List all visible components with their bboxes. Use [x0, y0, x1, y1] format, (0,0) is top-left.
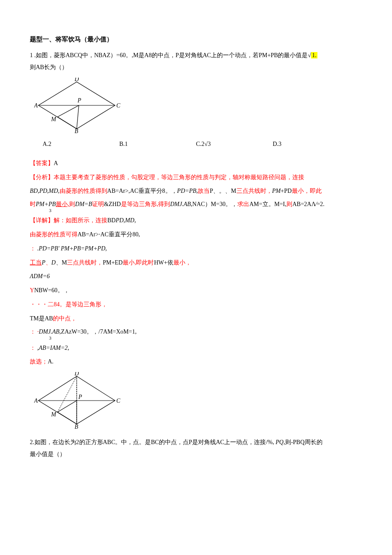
l14b: A. [48, 358, 54, 365]
detail-label: 【详解】 [30, 217, 54, 224]
q1-num: 1 [30, 52, 33, 58]
l3e: DM=B [75, 201, 92, 207]
l3k: NAC）M=30。， [192, 201, 237, 207]
l12a: ： · [30, 328, 39, 335]
l7a: 工当 [30, 259, 42, 266]
l3m: AM=立。 [249, 201, 274, 207]
l5a: 由菱形的性质可得 [30, 231, 78, 238]
l2b: 由菱形的性质得到 [60, 188, 107, 194]
label2-B: B [75, 424, 78, 430]
l7e: 、M [56, 259, 67, 266]
label-P: P [77, 97, 81, 104]
analysis-label: 【分析】 [30, 174, 54, 180]
l2g: 三点共线时， [236, 188, 272, 194]
q2-text-c: 则-PBQ周长的 [285, 439, 323, 445]
l13a: ： [30, 345, 36, 351]
l2d: PD=PB, [177, 188, 198, 194]
l7d: D [52, 259, 56, 266]
l9a: Y [30, 287, 34, 293]
svg-line-2 [58, 105, 79, 117]
l7j: HW+依 [154, 259, 173, 266]
label-C: C [116, 102, 121, 109]
l7b: P [42, 259, 46, 266]
l9b: NBW=60。， [34, 287, 69, 293]
section-heading: 题型一、将军饮马（最小值） [30, 34, 366, 44]
answer-label: 【答案】 [30, 160, 54, 166]
l11c: 的中点， [53, 315, 77, 322]
l13b: ,AB=IAM=2, [37, 345, 69, 351]
sol-line-13: ： ,AB=IAM=2, [30, 342, 366, 355]
l5c: 80, [133, 231, 140, 238]
l11b: AB [45, 315, 53, 322]
label2-A: A [34, 398, 38, 404]
q2-text-b: PQ, [276, 439, 285, 445]
sol-line-14: 故选；A. [30, 355, 366, 369]
l14a: 故选； [30, 358, 48, 365]
svg-line-3 [77, 105, 79, 129]
l6b: .PD=PB' PM+PB=PM+PD, [37, 245, 107, 252]
q2-num: 2. [30, 439, 35, 445]
question-1: 1 .如图，菱形ABCQ中，NBAZ）=60。,M是A8的中点，P是对角线AC上… [30, 49, 366, 73]
l3i: 得到 [158, 201, 170, 207]
l3b: PM+PB [36, 201, 56, 207]
q1-highlight: 1. [311, 52, 317, 58]
sol-line-6: ： .PD=PB' PM+PB=PM+PD, [30, 242, 366, 256]
svg-line-12 [58, 376, 77, 412]
sol-line-9: YNBW=60。， [30, 284, 366, 297]
l3f: 证明 [92, 201, 104, 207]
analysis-line-3: 时PM+PB最小,则DM=B证明&ZHD是等边三角形,得到DMJ.AB,NAC）… [30, 199, 366, 213]
answer-line: 【答案】A [30, 157, 366, 170]
l7f: 三点共线时， [67, 259, 103, 266]
l2c: AB=Ar>,AC垂直平分8。， [107, 188, 177, 194]
l5b: AB=Ar>·AC垂直平分 [78, 231, 133, 238]
analysis-text: 本题主要考查了菱形的性质，勾股定理，等边三角形的性质与判定，轴对称最短路径问题，… [54, 174, 304, 180]
l12b: DMJ.AB, [39, 328, 61, 335]
svg-line-9 [58, 412, 77, 424]
label2-P: P [78, 394, 82, 400]
analysis-line-1: 【分析】本题主要考查了菱形的性质，勾股定理，等边三角形的性质与判定，轴对称最短路… [30, 171, 366, 184]
l3g: &ZHD [104, 201, 121, 207]
l3c: 最小, [56, 201, 69, 207]
l11a: TM是 [30, 315, 45, 322]
choice-b: B.1 [119, 139, 196, 149]
label-A: A [34, 102, 38, 109]
l7k: 最小， [173, 259, 191, 266]
sol-line-8: ΛDM=6 [30, 270, 366, 283]
xjc: PD,MD, [115, 217, 135, 224]
label-M: M [51, 116, 57, 122]
answer-value: A [54, 160, 58, 166]
choice-a: A.2 [43, 139, 119, 149]
label2-D: D [74, 372, 79, 377]
l10a: ・・・二84。是 [30, 301, 72, 308]
l3a: 时 [30, 201, 36, 207]
l2h: PM [272, 188, 281, 194]
l3p: AB=2AΛ∕=2. [292, 201, 324, 207]
q2-text-a: 如图，在边长为2的正方形ABC。中，点。是BC的中点，点P是对角线AC上一动点，… [35, 439, 276, 445]
analysis-line-2: BD,PD,MD,由菱形的性质得到AB=Ar>,AC垂直平分8。，PD=PB,故… [30, 185, 366, 198]
svg-line-4 [58, 117, 77, 129]
l3h: 是等边三角形, [121, 201, 159, 207]
frac-3-b: 3 [49, 336, 386, 340]
l2i: +PD [281, 188, 292, 194]
l2e: 故当 [198, 188, 210, 194]
l7i: 即此时 [136, 259, 154, 266]
q2-text-d: 最小值是（） [30, 451, 66, 457]
q1-text-b: 则AB长为（） [30, 64, 68, 70]
diagram-2: D A C P M B [34, 372, 366, 433]
l3o: 则 [286, 201, 292, 207]
q1-choices: A.2 B.1 C.2√3 D.3 [43, 139, 366, 149]
l6a: ： [30, 245, 36, 252]
l3n: M=I, [274, 201, 287, 207]
diagram-1: D A C P M B [34, 78, 366, 136]
l12c: ZAzW=30。， [61, 328, 98, 335]
l7g: PM+ED [103, 259, 123, 266]
label-D: D [74, 78, 79, 82]
xjb: BD [107, 217, 115, 224]
l7h: 最小, [123, 259, 136, 266]
label2-C: C [116, 398, 121, 404]
frac-3-a: 3 [49, 209, 386, 212]
l2f: P、。、M [210, 188, 236, 194]
sol-line-10: ・・・二84。是等边三角形， [30, 298, 366, 311]
question-2: 2.如图，在边长为2的正方形ABC。中，点。是BC的中点，点P是对角线AC上一动… [30, 436, 366, 460]
l8: ΛDM=6 [30, 273, 50, 279]
